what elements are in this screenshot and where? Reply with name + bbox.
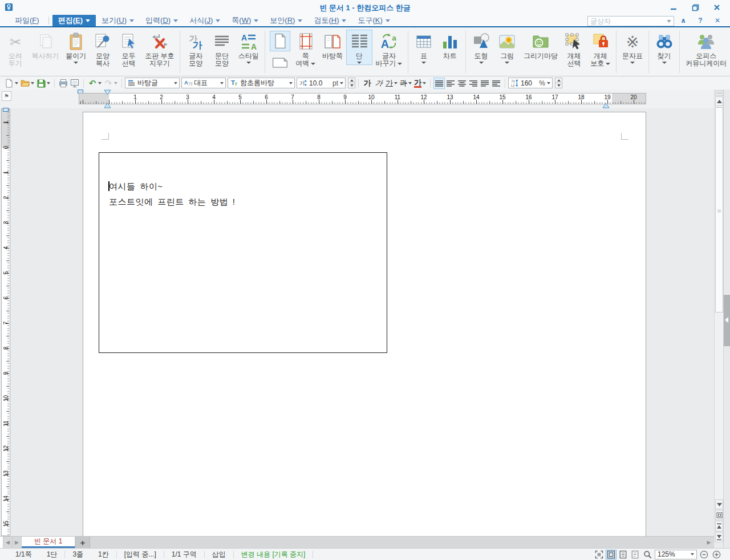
- menu-e[interactable]: 편집(E): [52, 15, 96, 26]
- align-distribute-button[interactable]: [479, 78, 490, 89]
- char-shape-button[interactable]: 가가글자모양: [182, 30, 209, 68]
- char-replace-button[interactable]: Aa글자바꾸기: [372, 30, 406, 68]
- object-protect-button[interactable]: 개체보호: [587, 30, 614, 68]
- menu-h[interactable]: 검토(H): [308, 15, 352, 26]
- character-map-button[interactable]: ※문자표: [619, 30, 646, 65]
- status-item[interactable]: 3줄: [65, 550, 91, 559]
- font-size-combo[interactable]: 가10.0pt: [297, 78, 346, 88]
- zoom-magnifier-icon[interactable]: [642, 550, 653, 559]
- align-left-button[interactable]: [445, 78, 456, 89]
- spinner-up-button[interactable]: [555, 78, 562, 83]
- textbox-style-combo[interactable]: 글상자: [587, 16, 674, 26]
- open-button[interactable]: [19, 78, 35, 89]
- status-item[interactable]: 변경 내용 [기록 중지]: [234, 550, 313, 559]
- help-button[interactable]: ?: [695, 17, 706, 26]
- save-button[interactable]: [35, 78, 51, 89]
- underline-button[interactable]: 가: [384, 78, 399, 89]
- style-button[interactable]: AA스타일: [235, 30, 262, 65]
- para-shape-button[interactable]: 문단모양: [209, 30, 235, 68]
- print-button[interactable]: [58, 78, 69, 89]
- shapes-button[interactable]: 도형: [468, 30, 494, 65]
- status-item[interactable]: 삽입: [205, 550, 233, 559]
- table-button[interactable]: 표: [411, 30, 437, 65]
- vertical-ruler[interactable]: 10123456789101112131415: [1, 108, 10, 536]
- add-document-tab-button[interactable]: +: [75, 537, 90, 548]
- line-spacing-spinner[interactable]: [555, 78, 562, 88]
- collapse-ribbon-button[interactable]: ∧: [678, 17, 689, 26]
- paragraph-style-combo[interactable]: 바탕글: [125, 78, 180, 88]
- font-combo[interactable]: TT함초롬바탕: [228, 78, 295, 88]
- print-preview-button[interactable]: [69, 78, 80, 89]
- maximize-button[interactable]: [688, 2, 703, 13]
- zoom-out-button[interactable]: [699, 550, 709, 559]
- menu-w[interactable]: 쪽(W): [226, 15, 264, 26]
- font-color-button[interactable]: 가: [413, 78, 427, 89]
- view-fullscreen-button[interactable]: [594, 550, 605, 559]
- paper-portrait-button[interactable]: [270, 31, 290, 51]
- status-item[interactable]: 1단: [39, 550, 65, 559]
- zoom-level-combo[interactable]: 125%: [655, 550, 697, 559]
- spinner-down-button[interactable]: [348, 83, 355, 88]
- close-document-button[interactable]: ✕: [712, 17, 723, 26]
- ruler-corner-button[interactable]: ⚑: [2, 91, 11, 101]
- page-margin-button[interactable]: 쪽여백: [293, 30, 319, 68]
- menu-r[interactable]: 보안(R): [264, 15, 308, 26]
- strikethrough-button[interactable]: 과: [399, 78, 413, 89]
- spinner-down-button[interactable]: [555, 83, 562, 88]
- office-communicator-button[interactable]: 오피스커뮤니케이터: [682, 30, 729, 68]
- undo-button[interactable]: ↶: [87, 78, 103, 89]
- document-text-line[interactable]: 포스트잇에 프린트 하는 방법 !: [109, 197, 235, 208]
- object-select-button[interactable]: 개체선택: [561, 30, 587, 68]
- align-divide-button[interactable]: [490, 78, 502, 89]
- document-text-line[interactable]: 여시들 하이~: [109, 181, 163, 192]
- view-fitpage-button[interactable]: [606, 550, 617, 559]
- text-box[interactable]: 여시들 하이~ 포스트잇에 프린트 하는 방법 !: [99, 152, 387, 353]
- minimize-button[interactable]: [666, 2, 681, 13]
- previous-page-button[interactable]: [715, 521, 723, 531]
- select-all-button[interactable]: 모두선택: [116, 30, 142, 68]
- font-size-spinner[interactable]: [348, 78, 355, 88]
- hscroll-right-button[interactable]: ▶: [704, 537, 714, 548]
- menu-f[interactable]: 파일(F): [9, 15, 45, 26]
- picture-button[interactable]: 그림: [494, 30, 520, 65]
- char-style-combo[interactable]: A가대표: [181, 78, 226, 88]
- document-area[interactable]: 여시들 하이~ 포스트잇에 프린트 하는 방법 !: [10, 108, 714, 536]
- line-spacing-combo[interactable]: 가나160%: [508, 78, 553, 88]
- align-center-button[interactable]: [456, 78, 468, 89]
- bold-button[interactable]: 가: [362, 78, 373, 89]
- view-page-button[interactable]: [618, 550, 628, 559]
- status-item[interactable]: [입력 중...]: [117, 550, 164, 559]
- tab-scroll-left-button[interactable]: ◀: [3, 537, 13, 548]
- menu-k[interactable]: 도구(K): [352, 15, 395, 26]
- top-margin-marker[interactable]: [3, 108, 9, 112]
- status-item[interactable]: 1/1 구역: [164, 550, 204, 559]
- status-item[interactable]: 1칸: [91, 550, 116, 559]
- vertical-scrollbar[interactable]: [714, 90, 723, 543]
- paper-landscape-button[interactable]: [270, 52, 290, 73]
- chart-button[interactable]: 차트: [437, 30, 463, 61]
- next-page-button[interactable]: [715, 532, 723, 542]
- redo-button[interactable]: ↷: [103, 78, 119, 89]
- close-window-button[interactable]: [709, 2, 724, 13]
- cut-button[interactable]: ✂오려두기: [2, 30, 29, 68]
- spinner-up-button[interactable]: [348, 78, 355, 83]
- paste-button[interactable]: 붙이기: [62, 30, 90, 65]
- left-indent-marker[interactable]: [104, 103, 111, 108]
- tab-scroll-right-button[interactable]: ▶: [13, 537, 22, 548]
- scroll-up-button[interactable]: [715, 96, 723, 106]
- splitter-grip[interactable]: [715, 90, 723, 96]
- document-tab[interactable]: 빈 문서 1: [22, 537, 75, 548]
- erase-control-marks-button[interactable]: 조판 부호지우기: [141, 30, 177, 68]
- first-line-indent-marker[interactable]: [104, 90, 111, 95]
- view-text-button[interactable]: [630, 550, 640, 559]
- scrollbar-thumb[interactable]: [715, 107, 723, 313]
- fit-page-button[interactable]: [715, 510, 723, 520]
- align-right-button[interactable]: [468, 78, 479, 89]
- right-indent-marker[interactable]: [602, 103, 610, 108]
- zoom-in-button[interactable]: [711, 550, 722, 559]
- find-button[interactable]: 찾기: [651, 30, 678, 65]
- master-page-button[interactable]: 바탕쪽: [319, 30, 346, 61]
- menu-j[interactable]: 서식(J): [184, 15, 226, 26]
- menu-d[interactable]: 입력(D): [140, 15, 184, 26]
- document-page[interactable]: 여시들 하이~ 포스트잇에 프린트 하는 방법 !: [83, 112, 646, 536]
